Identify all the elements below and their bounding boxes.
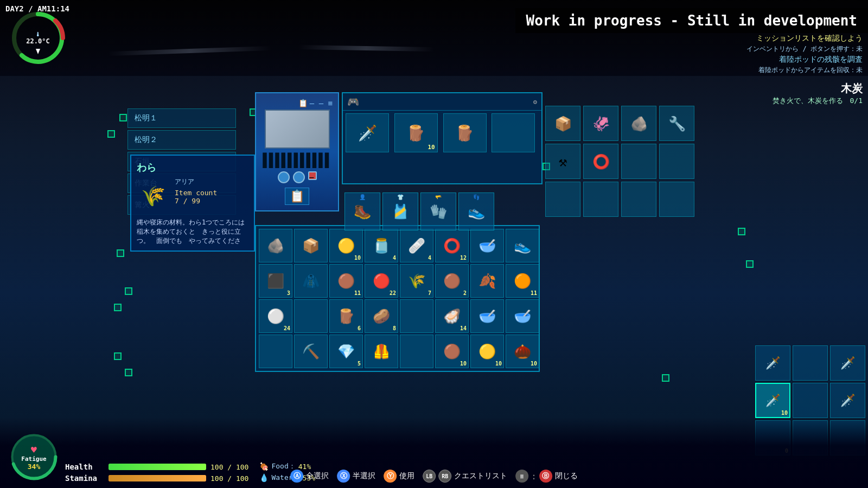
weapon-slot-1[interactable]: 🪵 10 — [394, 113, 438, 152]
water-icon: 💧 — [259, 473, 269, 482]
svg-marker-1 — [36, 49, 40, 54]
br-cell-2[interactable]: 🗡️ — [830, 345, 865, 381]
br-cell-4[interactable] — [793, 383, 828, 418]
btn-x: Ⓧ — [337, 470, 350, 483]
right-equip-cell-2[interactable]: 🪨 — [621, 106, 656, 141]
action-close[interactable]: ≡ : Ⓑ 閉じる — [515, 470, 578, 483]
br-cell-5[interactable]: 🗡️ — [830, 383, 865, 418]
deco-square — [738, 228, 745, 235]
main-inv-cell-0[interactable]: 🪨 — [259, 229, 292, 262]
main-inv-cell-23[interactable]: 🥣 — [506, 299, 539, 333]
right-equip-cell-0[interactable]: 📦 — [545, 106, 580, 141]
main-inv-cell-15[interactable]: 🟠11 — [506, 264, 539, 298]
deco-square — [746, 260, 754, 268]
main-inv-cell-28[interactable] — [400, 335, 433, 368]
deco-square — [117, 249, 124, 257]
main-inv-cell-30[interactable]: 🟡10 — [470, 335, 504, 368]
weapon-slot-3[interactable] — [492, 113, 535, 152]
item-tooltip: わら 🌾 アリア Item count 7 / 99 縄や寝床の材料。わら1つで… — [130, 155, 255, 252]
right-equip-cell-6[interactable] — [621, 144, 656, 179]
main-inv-cell-11[interactable]: 🔴22 — [365, 264, 398, 298]
main-inv-cell-3[interactable]: 🫙4 — [365, 229, 398, 262]
btn-rb: RB — [438, 470, 451, 483]
main-inv-cell-8[interactable]: ⬛3 — [259, 264, 292, 298]
main-inv-cell-6[interactable]: 🥣 — [470, 229, 504, 262]
stats-bars: Health 100 / 100 Stamina 100 / 100 — [65, 463, 248, 483]
device-buttons[interactable]: − — [278, 171, 317, 183]
main-inv-cell-14[interactable]: 🍂 — [470, 264, 504, 298]
device-btn-1[interactable] — [278, 171, 290, 183]
quest-item-0[interactable]: 松明１ — [127, 108, 236, 128]
br-cell-3[interactable]: 🗡️10 — [755, 383, 790, 418]
right-equip-cell-11[interactable] — [659, 182, 694, 217]
btn-y: Ⓨ — [384, 470, 397, 483]
right-equip-cell-3[interactable]: 🔧 — [659, 106, 694, 141]
tooltip-name: わら — [137, 161, 248, 174]
main-inv-cell-4[interactable]: 🩹4 — [400, 229, 433, 262]
action-use[interactable]: Ⓨ 使用 — [384, 470, 414, 483]
main-inv-cell-31[interactable]: 🌰10 — [506, 335, 539, 368]
fatigue-circle: ♥ Fatigue 34% — [8, 431, 60, 483]
char-slot-0[interactable]: 👤 🥾 — [344, 192, 380, 230]
right-equip-cell-4[interactable]: ⚒️ — [545, 144, 580, 179]
right-equip-cell-7[interactable] — [659, 144, 694, 179]
main-inv-cell-26[interactable]: 💎5 — [329, 335, 363, 368]
device-btn-minus[interactable]: − — [308, 171, 317, 180]
main-inv-cell-22[interactable]: 🥣 — [470, 299, 504, 333]
deco-square — [114, 352, 122, 360]
weapon-slot-2[interactable]: 🪵 — [443, 113, 487, 152]
right-equip-cell-1[interactable]: 🦑 — [583, 106, 618, 141]
deco-square — [107, 130, 115, 138]
quest-item-1[interactable]: 松明２ — [127, 130, 236, 150]
main-inv-cell-10[interactable]: 🟤11 — [329, 264, 363, 298]
mission-panel: ミッションリストを確認しよう インベントリから / ボタンを押す：未 着陸ポッド… — [746, 33, 863, 75]
health-bar-fill — [108, 464, 206, 470]
tooltip-icon: 🌾 — [137, 177, 169, 215]
right-equip-cell-10[interactable] — [621, 182, 656, 217]
main-inv-cell-16[interactable]: ⚪24 — [259, 299, 292, 333]
btn-menu: ≡ — [515, 470, 528, 483]
main-inv-cell-12[interactable]: 🌾7 — [400, 264, 433, 298]
action-quest-list[interactable]: LB RB クエストリスト — [423, 470, 507, 483]
tooltip-area: アリア — [175, 177, 217, 187]
main-inv-cell-2[interactable]: 🟡10 — [329, 229, 363, 262]
main-inv-cell-21[interactable]: 🦪14 — [435, 299, 469, 333]
char-equip-row: 👤 🥾 👕 🎽 🫳 🧤 👣 👟 — [342, 190, 497, 233]
br-cell-1[interactable] — [793, 345, 828, 381]
main-inv-cell-19[interactable]: 🥔8 — [365, 299, 398, 333]
main-inv-cell-24[interactable] — [259, 335, 292, 368]
main-inv-cell-17[interactable] — [294, 299, 328, 333]
main-inv-cell-9[interactable]: 🧥 — [294, 264, 328, 298]
weapon-slot-0[interactable]: 🗡️ — [346, 113, 389, 152]
action-select-all[interactable]: Ⓐ 全選択 — [290, 470, 329, 483]
main-inv-cell-27[interactable]: 🦺 — [365, 335, 398, 368]
grid-settings: ⚙ — [533, 98, 537, 106]
char-slot-1[interactable]: 👕 🎽 — [382, 192, 418, 230]
char-slot-3[interactable]: 👣 👟 — [458, 192, 494, 230]
action-half-select[interactable]: Ⓧ 半選択 — [337, 470, 375, 483]
main-inv-cell-5[interactable]: ⭕12 — [435, 229, 469, 262]
main-inv-cell-25[interactable]: ⛏️ — [294, 335, 328, 368]
main-inv-cell-13[interactable]: 🟤2 — [435, 264, 469, 298]
deco-square — [662, 374, 669, 382]
stamina-bar-bg — [108, 475, 206, 481]
top-bar: DAY2 / AM11:14 🌡 22.0°C Work in progress… — [0, 0, 868, 76]
main-inv-cell-18[interactable]: 🪵6 — [329, 299, 363, 333]
right-equip-panel: 📦🦑🪨🔧⚒️⭕ — [545, 106, 694, 217]
main-inv-grid: 🪨📦🟡10🫙4🩹4⭕12🥣👟⬛3🧥🟤11🔴22🌾7🟤2🍂🟠11⚪24🪵6🥔8🦪1… — [256, 226, 539, 371]
btn-a: Ⓐ — [290, 470, 303, 483]
main-inv-cell-1[interactable]: 📦 — [294, 229, 328, 262]
main-inv-cell-29[interactable]: 🟤10 — [435, 335, 469, 368]
right-equip-cell-5[interactable]: ⭕ — [583, 144, 618, 179]
char-slot-2[interactable]: 🫳 🧤 — [420, 192, 456, 230]
right-equip-cell-9[interactable] — [583, 182, 618, 217]
temperature-value: 🌡 22.0°C — [26, 31, 49, 45]
right-equip-cell-8[interactable] — [545, 182, 580, 217]
health-row: Health 100 / 100 — [65, 463, 248, 471]
br-cell-0[interactable]: 🗡️ — [755, 345, 790, 381]
device-btn-2[interactable] — [293, 171, 305, 183]
health-bar-bg — [108, 464, 206, 470]
main-inv-cell-7[interactable]: 👟 — [506, 229, 539, 262]
main-inv-cell-20[interactable] — [400, 299, 433, 333]
upper-grid-panel: 🎮 ⚙ 🗡️ 🪵 10 🪵 — [342, 92, 542, 184]
